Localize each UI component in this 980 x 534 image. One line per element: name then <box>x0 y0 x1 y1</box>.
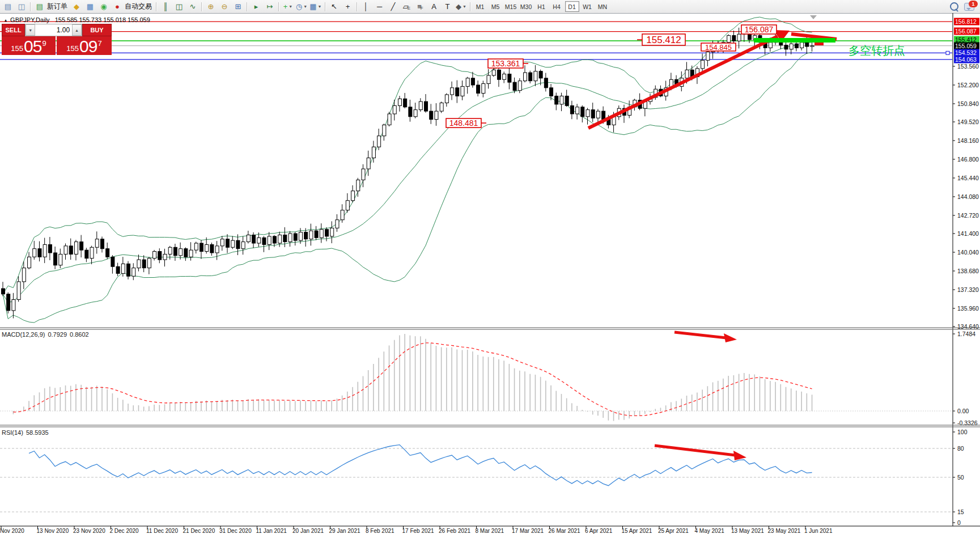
line-chart-icon[interactable]: ∿ <box>186 1 199 12</box>
zoom-in-icon[interactable]: ⊕ <box>205 1 217 12</box>
auto-scroll-icon[interactable]: ▸ <box>250 1 262 12</box>
text-icon[interactable]: A <box>428 1 440 12</box>
macd-trend-arrow-head[interactable] <box>724 333 737 342</box>
volume-decrease-button[interactable]: ▼ <box>26 24 35 36</box>
price-callout-155.412[interactable]: 155.412 <box>637 34 685 45</box>
price-axis[interactable]: 153.560152.200150.840149.520148.160146.8… <box>953 13 979 526</box>
svg-text:80: 80 <box>957 445 964 452</box>
svg-text:153.361: 153.361 <box>491 59 520 68</box>
timeframe-d1[interactable]: D1 <box>565 1 579 12</box>
bollinger-upper-band[interactable] <box>3 17 812 294</box>
market-watch-icon[interactable]: ◆ <box>70 1 83 12</box>
toolbar-separator <box>30 2 31 11</box>
svg-text:156.812: 156.812 <box>955 18 977 25</box>
data-window-icon[interactable]: ▦ <box>84 1 96 12</box>
label-icon[interactable]: T <box>442 1 454 12</box>
svg-text:1 Jun 2021: 1 Jun 2021 <box>804 528 833 534</box>
turning-point-note[interactable]: 多空转折点 <box>849 44 905 57</box>
symbol-ohlc: 155.585 155.733 155.018 155.059 <box>55 16 150 23</box>
zoom-out-icon[interactable]: ⊖ <box>218 1 231 12</box>
toolbar-separator <box>156 2 157 11</box>
timeframe-m15[interactable]: M15 <box>504 1 518 12</box>
crosshair-icon[interactable]: + <box>342 1 354 12</box>
chart-profile-icon[interactable]: ◫ <box>15 1 28 12</box>
main-toolbar: ▤◫▤新订单◆▦◉●自动交易║◫∿⊕⊖⊞▸↦+▼◷▼▦▼↖+│─╱▱E≡FAT◆… <box>0 0 980 14</box>
vertical-line-icon[interactable]: │ <box>360 1 372 12</box>
tile-windows-icon[interactable]: ⊞ <box>232 1 244 12</box>
buy-price-figure: 155 <box>66 44 79 53</box>
bollinger-bands[interactable] <box>3 17 812 323</box>
svg-text:154.532: 154.532 <box>955 49 977 56</box>
notifications-icon[interactable]: 1 <box>964 3 974 11</box>
fibonacci-icon[interactable]: ≡F <box>414 1 427 12</box>
trendline-icon[interactable]: ╱ <box>387 1 400 12</box>
chart-window-icon[interactable]: ▤ <box>2 1 14 12</box>
rsi-trend-arrow[interactable] <box>655 446 735 455</box>
autotrade-icon[interactable]: ● <box>111 1 124 12</box>
price-callout-154.845[interactable]: 154.845 <box>701 43 736 52</box>
navigator-icon[interactable]: ◉ <box>97 1 110 12</box>
timeframe-m30[interactable]: M30 <box>519 1 533 12</box>
svg-text:146.800: 146.800 <box>957 156 979 163</box>
price-callout-148.481[interactable]: 148.481 <box>446 118 486 128</box>
svg-text:17 Feb 2021: 17 Feb 2021 <box>402 528 435 534</box>
channel-icon[interactable]: ▱E <box>401 1 413 12</box>
buy-price-display[interactable]: 155 09 7 <box>57 36 112 55</box>
timeframe-mn[interactable]: MN <box>596 1 610 12</box>
macd-indicator-label: MACD(12,26,9)0.79290.8602 <box>2 331 89 338</box>
trend-arrow-up[interactable] <box>588 36 778 128</box>
volume-input[interactable]: 1.00 <box>35 24 72 36</box>
macd-main-value: 0.7929 <box>48 331 67 338</box>
svg-text:29 Jan 2021: 29 Jan 2021 <box>329 528 360 534</box>
bar-chart-icon[interactable]: ║ <box>159 1 172 12</box>
search-icon[interactable] <box>950 2 958 11</box>
indicators-icon[interactable]: +▼ <box>282 1 294 12</box>
panel-dividers[interactable] <box>0 328 980 427</box>
one-click-trading-panel: SELL ▼ 1.00 ▲ BUY 155 05 9 155 09 7 <box>2 24 112 55</box>
timeframe-h4[interactable]: H4 <box>550 1 564 12</box>
chart-marker-icon: ▴ <box>5 18 7 23</box>
line-handle[interactable] <box>946 51 949 54</box>
svg-text:50: 50 <box>957 474 964 481</box>
svg-text:20 Jan 2021: 20 Jan 2021 <box>292 528 324 534</box>
price-callout-156.087[interactable]: 156.087 <box>741 25 777 34</box>
svg-text:2 Dec 2020: 2 Dec 2020 <box>110 528 139 534</box>
new-order-icon[interactable]: ▤ <box>33 1 46 12</box>
svg-text:21 Dec 2020: 21 Dec 2020 <box>183 528 215 534</box>
candlestick-chart-icon[interactable]: ◫ <box>173 1 185 12</box>
volume-increase-button[interactable]: ▲ <box>72 24 82 36</box>
price-callout-153.361[interactable]: 153.361 <box>488 59 528 68</box>
timeframe-h1[interactable]: H1 <box>534 1 549 12</box>
buy-button[interactable]: BUY <box>82 24 112 36</box>
svg-text:11 Dec 2020: 11 Dec 2020 <box>146 528 178 534</box>
horizontal-line-icon[interactable]: ─ <box>374 1 386 12</box>
red-dash-marker[interactable] <box>814 43 824 45</box>
autotrade-icon-label[interactable]: 自动交易 <box>125 2 152 11</box>
new-order-icon-label[interactable]: 新订单 <box>47 2 67 11</box>
svg-text:8 Feb 2021: 8 Feb 2021 <box>366 528 394 534</box>
bollinger-lower-band[interactable] <box>3 52 812 323</box>
macd-trend-arrow[interactable] <box>674 332 726 338</box>
timeframe-m5[interactable]: M5 <box>489 1 503 12</box>
svg-text:0.00: 0.00 <box>957 408 969 414</box>
chart-canvas[interactable]: 153.560152.200150.840149.520148.160146.8… <box>0 13 980 534</box>
bollinger-middle-band[interactable] <box>3 43 812 303</box>
toolbar-separator <box>470 2 471 11</box>
time-axis[interactable]: Nov 202013 Nov 202023 Nov 20202 Dec 2020… <box>0 526 980 534</box>
timeframe-w1[interactable]: W1 <box>580 1 595 12</box>
periods-icon[interactable]: ◷▼ <box>295 1 308 12</box>
sell-price-point: 9 <box>42 39 46 48</box>
rsi-trend-arrow-head[interactable] <box>733 451 746 460</box>
shapes-icon[interactable]: ◆▼ <box>455 1 468 12</box>
chart-shift-icon[interactable]: ↦ <box>264 1 276 12</box>
sell-button[interactable]: SELL <box>2 24 25 36</box>
macd-signal-value: 0.8602 <box>70 331 89 338</box>
timeframe-m1[interactable]: M1 <box>473 1 487 12</box>
sell-price-display[interactable]: 155 05 9 <box>2 36 56 55</box>
axis-price-label-154.532: 154.532 <box>954 49 979 57</box>
cursor-icon[interactable]: ↖ <box>328 1 341 12</box>
svg-text:4 May 2021: 4 May 2021 <box>695 528 725 534</box>
support-highlight-bar[interactable] <box>754 38 835 43</box>
templates-icon[interactable]: ▦▼ <box>309 1 322 12</box>
axis-price-label-154.063: 154.063 <box>954 56 979 63</box>
